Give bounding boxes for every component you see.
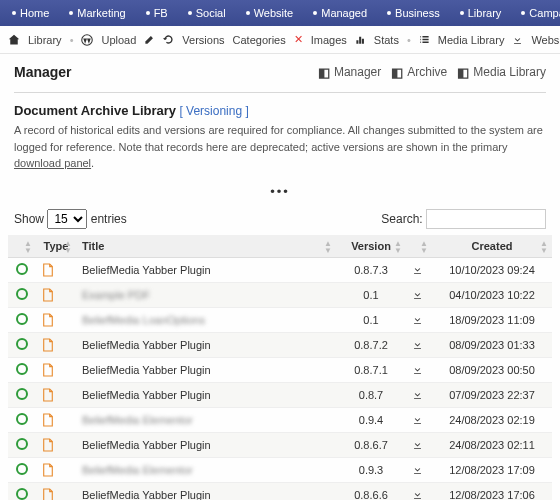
row-title: BeliefMedia LoanOptions [82,314,205,326]
topnav-business[interactable]: Business [381,7,446,19]
nav-upload[interactable]: Upload [101,34,136,46]
edit-icon[interactable] [144,34,155,45]
more-dots[interactable]: ••• [0,178,560,205]
table-row: Example PDF0.104/10/2023 10:22 [8,282,552,307]
nav-stats[interactable]: Stats [374,34,399,46]
expand-icon[interactable] [16,388,28,400]
row-date: 12/08/2023 17:09 [432,457,552,482]
expand-icon[interactable] [16,438,28,450]
expand-icon[interactable] [16,463,28,475]
download-button[interactable] [412,264,426,275]
col-toggle[interactable]: ▲▼ [8,235,36,258]
wordpress-icon[interactable] [81,34,93,46]
download-icon[interactable] [512,34,523,45]
archive-table: ▲▼ Type▲▼ Title▲▼ Version▲▼ ▲▼ Created▲▼… [8,235,552,501]
nav-categories[interactable]: Categories [233,34,286,46]
download-button[interactable] [412,289,426,300]
topnav-campaigns[interactable]: Campaigns [515,7,560,19]
expand-icon[interactable] [16,313,28,325]
file-icon [42,363,70,377]
col-download[interactable]: ▲▼ [406,235,432,258]
download-panel-link[interactable]: download panel [14,157,91,169]
row-date: 10/10/2023 09:24 [432,257,552,282]
col-created[interactable]: Created▲▼ [432,235,552,258]
file-icon [42,388,70,402]
topnav-marketing[interactable]: Marketing [63,7,131,19]
stats-icon[interactable] [355,34,366,45]
topnav-managed[interactable]: Managed [307,7,373,19]
topnav-social[interactable]: Social [182,7,232,19]
file-icon [42,413,70,427]
table-row: BeliefMedia Elementor0.9.312/08/2023 17:… [8,457,552,482]
col-version[interactable]: Version▲▼ [336,235,406,258]
panel-tag: [ Versioning ] [179,104,248,118]
show-label-pre: Show [14,212,44,226]
row-version: 0.8.7.3 [336,257,406,282]
list-icon[interactable] [419,34,430,45]
row-version: 0.8.7.2 [336,332,406,357]
col-title[interactable]: Title▲▼ [76,235,336,258]
download-button[interactable] [412,339,426,350]
table-row: BeliefMedia Yabber Plugin0.8.6.612/08/20… [8,482,552,500]
topnav-fb[interactable]: FB [140,7,174,19]
row-title: BeliefMedia Yabber Plugin [82,364,211,376]
nav-home-icon[interactable] [8,34,20,46]
sub-nav: Library • Upload Versions Categories ✕ I… [0,26,560,54]
download-button[interactable] [412,364,426,375]
close-icon[interactable]: ✕ [294,33,303,46]
expand-icon[interactable] [16,338,28,350]
row-title: Example PDF [82,289,150,301]
row-title: BeliefMedia Yabber Plugin [82,339,211,351]
row-title: BeliefMedia Elementor [82,414,193,426]
row-title: BeliefMedia Yabber Plugin [82,439,211,451]
topnav-library[interactable]: Library [454,7,508,19]
row-date: 07/09/2023 22:37 [432,382,552,407]
row-date: 04/10/2023 10:22 [432,282,552,307]
nav-library[interactable]: Library [28,34,62,46]
download-button[interactable] [412,314,426,325]
nav-website[interactable]: Website [531,34,560,46]
row-version: 0.1 [336,307,406,332]
nav-versions[interactable]: Versions [182,34,224,46]
table-row: BeliefMedia Yabber Plugin0.8.6.724/08/20… [8,432,552,457]
nav-media[interactable]: Media Library [438,34,505,46]
expand-icon[interactable] [16,288,28,300]
page-header: Manager ◧Manager ◧Archive ◧Media Library [0,54,560,90]
breadcrumb-archive[interactable]: ◧Archive [391,65,447,80]
svg-point-0 [82,34,93,45]
panel-title: Document Archive Library [14,103,176,118]
expand-icon[interactable] [16,413,28,425]
file-icon [42,313,70,327]
row-date: 08/09/2023 00:50 [432,357,552,382]
file-icon [42,438,70,452]
row-date: 12/08/2023 17:06 [432,482,552,500]
row-title: BeliefMedia Yabber Plugin [82,389,211,401]
row-date: 24/08/2023 02:11 [432,432,552,457]
breadcrumb-manager[interactable]: ◧Manager [318,65,381,80]
expand-icon[interactable] [16,263,28,275]
search-input[interactable] [426,209,546,229]
download-button[interactable] [412,389,426,400]
download-button[interactable] [412,414,426,425]
row-version: 0.9.3 [336,457,406,482]
col-type[interactable]: Type▲▼ [36,235,76,258]
file-icon [42,338,70,352]
download-button[interactable] [412,464,426,475]
file-icon [42,463,70,477]
topnav-home[interactable]: Home [6,7,55,19]
table-row: BeliefMedia LoanOptions0.118/09/2023 11:… [8,307,552,332]
search-label: Search: [381,212,422,226]
row-date: 24/08/2023 02:19 [432,407,552,432]
expand-icon[interactable] [16,363,28,375]
topnav-website[interactable]: Website [240,7,300,19]
nav-images[interactable]: Images [311,34,347,46]
download-button[interactable] [412,489,426,500]
breadcrumb-media[interactable]: ◧Media Library [457,65,546,80]
refresh-icon[interactable] [163,34,174,45]
download-button[interactable] [412,439,426,450]
expand-icon[interactable] [16,488,28,500]
top-nav: HomeMarketingFBSocialWebsiteManagedBusin… [0,0,560,26]
row-version: 0.8.6.7 [336,432,406,457]
table-row: BeliefMedia Yabber Plugin0.8.7.208/09/20… [8,332,552,357]
page-size-select[interactable]: 15 [47,209,87,229]
